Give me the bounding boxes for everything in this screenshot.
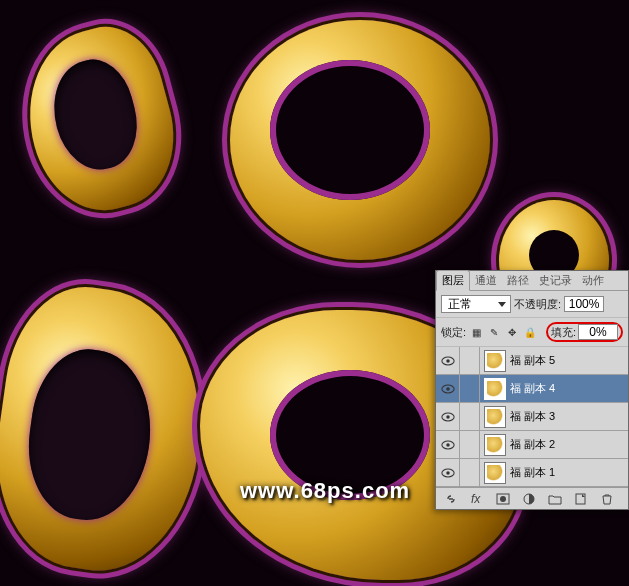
layer-name[interactable]: 福 副本 4 [510, 381, 628, 396]
layer-row[interactable]: 福 副本 4 [436, 375, 628, 403]
lock-transparency-icon[interactable]: ▦ [469, 325, 483, 339]
tab-channels[interactable]: 通道 [470, 271, 502, 290]
opacity-label: 不透明度: [514, 297, 561, 312]
layer-thumbnail[interactable] [484, 350, 506, 372]
tab-paths[interactable]: 路径 [502, 271, 534, 290]
blend-mode-value: 正常 [448, 296, 472, 313]
opacity-input[interactable]: 100% [564, 296, 604, 312]
eye-icon [441, 384, 455, 394]
eye-icon [441, 356, 455, 366]
fill-highlight: 填充: 0% [546, 322, 623, 342]
layer-name[interactable]: 福 副本 2 [510, 437, 628, 452]
tab-actions[interactable]: 动作 [577, 271, 609, 290]
layer-thumbnail[interactable] [484, 462, 506, 484]
visibility-toggle[interactable] [436, 375, 460, 403]
new-layer-button[interactable] [572, 491, 590, 507]
eye-icon [441, 412, 455, 422]
lock-paint-icon[interactable]: ✎ [487, 325, 501, 339]
svg-point-1 [446, 359, 450, 363]
layer-row[interactable]: 福 副本 5 [436, 347, 628, 375]
link-column[interactable] [460, 375, 480, 403]
link-icon [444, 492, 458, 506]
blend-mode-select[interactable]: 正常 [441, 295, 511, 313]
visibility-toggle[interactable] [436, 431, 460, 459]
lock-all-icon[interactable]: 🔒 [523, 325, 537, 339]
lock-label: 锁定: [441, 325, 466, 340]
folder-icon [548, 492, 562, 506]
layer-name[interactable]: 福 副本 5 [510, 353, 628, 368]
layers-panel: 图层 通道 路径 史记录 动作 正常 不透明度: 100% 锁定: ▦ ✎ ✥ … [435, 270, 629, 510]
document-canvas: www.68ps.com 图层 通道 路径 史记录 动作 正常 不透明度: 10… [0, 0, 629, 586]
layer-row[interactable]: 福 副本 1 [436, 459, 628, 487]
tab-history[interactable]: 史记录 [534, 271, 577, 290]
svg-point-5 [446, 415, 450, 419]
svg-point-9 [446, 471, 450, 475]
blend-row: 正常 不透明度: 100% [436, 291, 628, 318]
link-column[interactable] [460, 431, 480, 459]
eye-icon [441, 440, 455, 450]
link-column[interactable] [460, 403, 480, 431]
eye-icon [441, 468, 455, 478]
glyph-stroke [230, 20, 490, 260]
trash-icon [600, 492, 614, 506]
svg-point-3 [446, 387, 450, 391]
visibility-toggle[interactable] [436, 403, 460, 431]
panel-footer: fx [436, 487, 628, 509]
layer-thumbnail[interactable] [484, 434, 506, 456]
fill-input[interactable]: 0% [578, 324, 618, 340]
link-column[interactable] [460, 459, 480, 487]
link-layers-button[interactable] [442, 491, 460, 507]
visibility-toggle[interactable] [436, 459, 460, 487]
layer-thumbnail[interactable] [484, 406, 506, 428]
lock-row: 锁定: ▦ ✎ ✥ 🔒 填充: 0% [436, 318, 628, 347]
new-page-icon [574, 492, 588, 506]
svg-text:fx: fx [471, 492, 481, 506]
svg-rect-14 [576, 494, 585, 504]
layer-row[interactable]: 福 副本 3 [436, 403, 628, 431]
layer-style-button[interactable]: fx [468, 491, 486, 507]
link-column[interactable] [460, 347, 480, 375]
fill-label: 填充: [551, 325, 576, 340]
layer-mask-button[interactable] [494, 491, 512, 507]
tab-layers[interactable]: 图层 [436, 270, 470, 291]
layers-list: 福 副本 5 福 副本 4 福 副本 3 [436, 347, 628, 487]
lock-icons: ▦ ✎ ✥ 🔒 [469, 325, 537, 339]
delete-layer-button[interactable] [598, 491, 616, 507]
half-circle-icon [522, 492, 536, 506]
visibility-toggle[interactable] [436, 347, 460, 375]
fx-icon: fx [470, 492, 484, 506]
mask-icon [496, 492, 510, 506]
layer-name[interactable]: 福 副本 1 [510, 465, 628, 480]
layer-thumbnail[interactable] [484, 378, 506, 400]
svg-point-12 [500, 496, 506, 502]
chevron-down-icon [498, 302, 506, 307]
watermark-text: www.68ps.com [240, 478, 410, 504]
layer-name[interactable]: 福 副本 3 [510, 409, 628, 424]
new-group-button[interactable] [546, 491, 564, 507]
svg-point-7 [446, 443, 450, 447]
lock-move-icon[interactable]: ✥ [505, 325, 519, 339]
panel-tabs: 图层 通道 路径 史记录 动作 [436, 271, 628, 291]
adjustment-layer-button[interactable] [520, 491, 538, 507]
layer-row[interactable]: 福 副本 2 [436, 431, 628, 459]
fill-value: 0% [589, 325, 606, 339]
opacity-value: 100% [569, 297, 600, 311]
